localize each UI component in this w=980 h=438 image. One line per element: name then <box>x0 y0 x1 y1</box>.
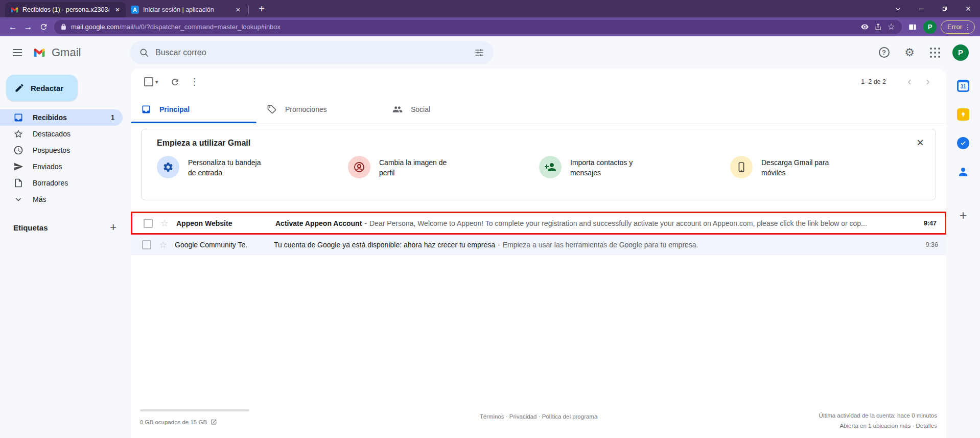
sidebar-item-label: Más <box>33 195 46 203</box>
list-footer: 0 GB ocupados de 15 GB Términos · Privac… <box>140 409 937 434</box>
create-label-icon[interactable]: + <box>110 221 116 234</box>
pencil-icon <box>14 83 25 93</box>
apps-grid-icon[interactable] <box>924 41 946 64</box>
restore-button[interactable] <box>933 0 956 17</box>
onboarding-item-download-mobile[interactable]: Descarga Gmail para móviles <box>730 156 921 178</box>
browser-menu-icon: ⋮ <box>964 23 971 31</box>
sidebar-item-inbox[interactable]: Recibidos 1 <box>0 109 123 126</box>
onboarding-item-import-contacts[interactable]: Importa contactos y mensajes <box>539 156 730 178</box>
close-icon[interactable]: × <box>912 134 928 151</box>
storage-progressbar <box>140 409 249 411</box>
older-page-icon[interactable]: › <box>919 75 937 88</box>
onboarding-item-customize-inbox[interactable]: Personaliza tu bandeja de entrada <box>157 156 348 178</box>
star-icon[interactable]: ☆ <box>159 218 170 229</box>
bookmark-star-icon[interactable]: ☆ <box>884 20 898 34</box>
side-panel-icon[interactable] <box>906 20 919 34</box>
minimize-button[interactable] <box>909 0 933 17</box>
footer-links[interactable]: Términos · Privacidad · Política del pro… <box>140 413 937 420</box>
onboarding-title: Empieza a utilizar Gmail <box>157 139 921 148</box>
get-addons-icon[interactable]: + <box>959 208 967 223</box>
tab-search-icon[interactable] <box>886 0 909 17</box>
new-tab-button[interactable]: + <box>255 2 268 15</box>
activity-line1: Última actividad de la cuenta: hace 0 mi… <box>819 410 937 421</box>
url-text: mail.google.com/mail/u/0/?dispatcher_com… <box>71 23 281 31</box>
more-options-icon[interactable]: ⋮ <box>185 72 204 91</box>
address-bar[interactable]: mail.google.com/mail/u/0/?dispatcher_com… <box>54 20 902 34</box>
gmail-body: Redactar Recibidos 1 Destacados Pospue <box>0 68 980 438</box>
sidebar-item-sent[interactable]: Enviados <box>0 158 123 175</box>
newer-page-icon[interactable]: ‹ <box>900 75 919 88</box>
visibility-icon[interactable] <box>858 20 871 34</box>
chevron-down-icon <box>13 194 24 204</box>
sidebar-item-label: Pospuestos <box>33 146 70 154</box>
gmail-header: Gmail ? ⚙ P <box>0 36 980 68</box>
tasks-icon[interactable] <box>954 134 972 152</box>
contacts-icon[interactable] <box>954 163 972 181</box>
labels-header: Etiquetas + <box>0 221 123 234</box>
email-checkbox[interactable] <box>142 240 151 249</box>
person-add-icon <box>539 156 562 178</box>
email-time: 9:36 <box>909 241 938 248</box>
sidebar-item-drafts[interactable]: Borradores <box>0 175 123 191</box>
tab-social[interactable]: Social <box>382 95 508 123</box>
browser-tab-app[interactable]: A Iniciar sesión | aplicación × <box>126 2 246 17</box>
refresh-list-icon[interactable] <box>166 72 185 91</box>
email-sender: Google Community Te. <box>173 241 274 249</box>
close-window-button[interactable] <box>956 0 980 17</box>
labels-title: Etiquetas <box>13 223 48 232</box>
search-icon[interactable] <box>133 41 155 64</box>
tab-promociones[interactable]: Promociones <box>256 95 382 123</box>
error-menu-button[interactable]: Error ⋮ <box>941 20 975 34</box>
compose-button[interactable]: Redactar <box>6 75 78 101</box>
search-input[interactable] <box>155 48 468 57</box>
back-button[interactable]: ← <box>5 19 20 35</box>
page-range: 1–2 de 2 <box>861 78 886 85</box>
gmail-profile-avatar[interactable]: P <box>952 44 969 61</box>
main-menu-icon[interactable] <box>6 41 29 64</box>
forward-button[interactable]: → <box>20 19 36 35</box>
share-icon[interactable] <box>871 20 884 34</box>
search-bar <box>130 41 494 64</box>
sidebar: Redactar Recibidos 1 Destacados Pospue <box>0 68 131 438</box>
select-all-control[interactable]: ▾ <box>144 77 158 86</box>
refresh-button[interactable] <box>36 19 51 35</box>
select-caret-icon[interactable]: ▾ <box>155 79 158 85</box>
onboarding-label: Descarga Gmail para móviles <box>761 157 841 178</box>
tab-label: Social <box>411 105 430 113</box>
email-row-google[interactable]: ☆ Google Community Te. Tu cuenta de Goog… <box>131 235 946 255</box>
onboarding-item-profile-image[interactable]: Cambia la imagen de perfil <box>348 156 539 178</box>
settings-icon[interactable]: ⚙ <box>898 41 921 64</box>
tab-close-icon[interactable]: × <box>234 6 242 14</box>
activity-line2[interactable]: Abierta en 1 ubicación más · Detalles <box>819 421 937 431</box>
tab-principal[interactable]: Principal <box>131 95 256 123</box>
gmail-logo[interactable]: Gmail <box>32 46 107 59</box>
gmail-header-actions: ? ⚙ P <box>873 41 972 64</box>
app-favicon: A <box>131 6 139 14</box>
send-icon <box>13 162 24 172</box>
search-options-icon[interactable] <box>468 41 491 64</box>
keep-icon[interactable] <box>954 105 972 124</box>
sidebar-item-snoozed[interactable]: Pospuestos <box>0 142 123 158</box>
help-icon[interactable]: ? <box>873 41 895 64</box>
pagination: 1–2 de 2 ‹ › <box>861 75 937 88</box>
browser-tab-gmail[interactable]: Recibidos (1) - persona.x2303@g × <box>5 2 126 17</box>
email-list: ☆ Appeon Website Activate Appeon Account… <box>131 212 946 255</box>
lock-icon <box>60 24 67 30</box>
storage-text: 0 GB ocupados de 15 GB <box>140 419 207 425</box>
people-icon <box>392 104 403 114</box>
sidebar-item-starred[interactable]: Destacados <box>0 126 123 142</box>
calendar-icon[interactable]: 31 <box>954 77 972 95</box>
sidebar-item-more[interactable]: Más <box>0 191 123 208</box>
browser-profile-avatar[interactable]: P <box>923 20 937 34</box>
window-controls <box>886 0 980 17</box>
tab-close-icon[interactable]: × <box>113 6 122 14</box>
sidebar-item-label: Recibidos <box>33 113 67 122</box>
select-all-checkbox[interactable] <box>144 77 153 86</box>
category-tabs: Principal Promociones Social <box>131 95 946 124</box>
phone-icon <box>730 156 753 178</box>
star-icon[interactable]: ☆ <box>157 239 169 250</box>
gmail-favicon <box>10 6 18 14</box>
email-checkbox[interactable] <box>144 219 153 228</box>
email-row-appeon[interactable]: ☆ Appeon Website Activate Appeon Account… <box>131 212 946 235</box>
browser-titlebar: Recibidos (1) - persona.x2303@g × A Inic… <box>0 0 980 17</box>
